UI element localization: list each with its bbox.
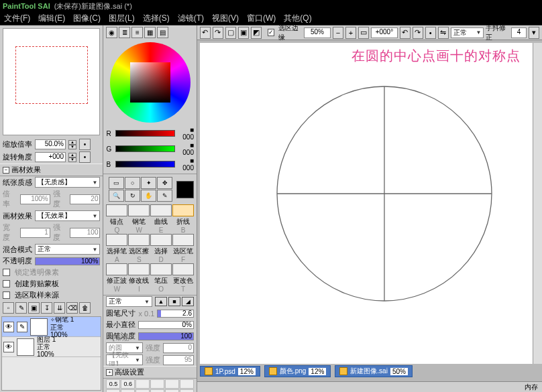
menu-select[interactable]: 选择(S) <box>143 13 170 24</box>
menu-edit[interactable]: 编辑(E) <box>38 13 65 24</box>
pen-indicator-icon[interactable]: ✎ <box>17 322 28 332</box>
layer-item[interactable]: 👁 图层 1 正常 100% <box>2 337 101 357</box>
doc-tab[interactable]: 颜色.png 12% <box>264 365 331 377</box>
menu-window[interactable]: 窗口(W) <box>247 13 276 24</box>
clear-layer-button[interactable]: ⌫ <box>66 302 78 314</box>
new-layer-button[interactable]: ▫ <box>3 302 14 314</box>
canvas-angle-field[interactable]: +000° <box>371 27 398 38</box>
editline-tool[interactable] <box>128 263 150 275</box>
menu-layer[interactable]: 图层(L) <box>109 13 135 24</box>
rotate-spin[interactable]: ▲▼ <box>68 153 76 162</box>
delete-layer-button[interactable]: 🗑 <box>79 302 91 314</box>
doc-tab[interactable]: 新建图像.sai 50% <box>335 365 413 377</box>
vertical-scrollbar[interactable] <box>533 43 542 364</box>
menu-file[interactable]: 文件(F) <box>4 13 30 24</box>
menu-view[interactable]: 视图(V) <box>212 13 239 24</box>
blend-sub-icon[interactable]: ◢ <box>182 297 194 306</box>
b-slider[interactable] <box>115 161 175 168</box>
show-sel-button[interactable]: ◩ <box>251 27 262 39</box>
rotate-cw-button[interactable]: ↷ <box>413 27 423 39</box>
blend-mode-select[interactable]: 正常▼ <box>35 244 100 255</box>
color-wheel[interactable] <box>106 42 194 123</box>
lasso-icon[interactable]: ○ <box>125 177 140 189</box>
pen-tool[interactable] <box>128 204 150 216</box>
eyedropper-icon[interactable]: ✎ <box>157 190 172 202</box>
scratchpad-tab[interactable]: ▤ <box>157 27 168 38</box>
menu-image[interactable]: 图像(C) <box>73 13 101 24</box>
rotate-ccw-button[interactable]: ↶ <box>400 27 411 39</box>
stabilizer-menu[interactable]: ▾ <box>529 27 539 39</box>
polyline-tool[interactable] <box>172 204 194 216</box>
new-pen-layer-button[interactable]: ✎ <box>15 302 27 314</box>
rotate-reset-button[interactable]: • <box>425 27 436 39</box>
rotate-field[interactable]: +000 <box>35 152 66 162</box>
redo-button[interactable]: ↷ <box>213 27 223 39</box>
sv-picker[interactable] <box>130 62 170 103</box>
density-slider[interactable]: 100 <box>138 332 194 340</box>
advanced-header[interactable]: + 高级设置 <box>103 366 197 379</box>
invert-sel-button[interactable]: ▣ <box>238 27 249 39</box>
zoom-icon[interactable]: 🔍 <box>109 190 124 202</box>
zoom-field[interactable]: 50.0% <box>35 139 66 149</box>
new-folder-button[interactable]: ▣ <box>28 302 40 314</box>
transfer-down-button[interactable]: ↧ <box>41 302 52 314</box>
paint-effect-header[interactable]: − 画材效果 <box>0 164 103 176</box>
blend-add-icon[interactable]: ▲ <box>155 297 167 306</box>
menu-other[interactable]: 其他(Q) <box>284 13 311 24</box>
hand-icon[interactable]: ✋ <box>141 190 156 202</box>
anchor-tool[interactable] <box>106 204 127 216</box>
navigator-preview[interactable] <box>3 28 100 135</box>
deselect-button[interactable]: ▢ <box>225 27 236 39</box>
lock-alpha-checkbox[interactable] <box>3 269 10 276</box>
rotate-icon[interactable]: ↻ <box>125 190 140 202</box>
pressure-tool[interactable] <box>150 263 172 275</box>
wand-icon[interactable]: ✦ <box>141 177 156 189</box>
stabilizer-field[interactable]: 4 <box>511 27 527 38</box>
min-size-slider[interactable]: 0% <box>138 321 194 329</box>
paper-texture-select[interactable]: 【无质感】▼ <box>35 177 100 188</box>
layer-item[interactable]: 👁 ✎ ✧钢笔 1 正常 100% <box>2 317 101 337</box>
rgb-tab[interactable]: ≣ <box>119 27 130 38</box>
r-slider[interactable] <box>115 130 175 137</box>
sel-pen-tool[interactable] <box>106 234 127 246</box>
sample-checkbox[interactable] <box>3 291 10 299</box>
hsv-tab[interactable]: ≡ <box>131 27 143 38</box>
zoom-spin[interactable]: ▲▼ <box>68 140 76 149</box>
select-tool[interactable] <box>150 234 172 246</box>
move-icon[interactable]: ✥ <box>157 177 172 189</box>
menu-filter[interactable]: 滤镜(T) <box>178 13 204 24</box>
undo-button[interactable]: ↶ <box>200 27 211 39</box>
zoom-out-button[interactable]: − <box>333 27 343 39</box>
blend-mid-icon[interactable]: ■ <box>168 297 180 306</box>
canvas-area[interactable]: 在圆的中心点画十的对称点 1P.psd 12% 颜色.png 12% <box>197 40 542 381</box>
sel-brush-tool[interactable] <box>172 234 194 246</box>
seledge-checkbox[interactable]: ✓ <box>268 29 274 36</box>
wave-tool[interactable] <box>106 263 127 275</box>
navigator-viewport-rect[interactable] <box>15 46 88 104</box>
swatches-tab[interactable]: ▦ <box>144 27 156 38</box>
visibility-icon[interactable]: 👁 <box>3 342 14 352</box>
recolor-tool[interactable] <box>172 263 194 275</box>
zoom-in-button[interactable]: + <box>345 27 356 39</box>
doc-tab[interactable]: 1P.psd 12% <box>200 366 260 377</box>
brush-texture-select[interactable]: 【无纹理】▼ <box>106 354 143 365</box>
flip-h-button[interactable]: ⇋ <box>438 27 449 39</box>
opacity-slider[interactable]: 100% <box>35 257 100 265</box>
zoom-reset[interactable]: • <box>79 139 91 150</box>
canvas-paper[interactable]: 在圆的中心点画十的对称点 <box>200 43 533 364</box>
canvas-zoom-field[interactable]: 50% <box>304 27 331 38</box>
clip-checkbox[interactable] <box>3 280 10 287</box>
visibility-icon[interactable]: 👁 <box>3 322 14 332</box>
canvas-mode-select[interactable]: 正常▼ <box>451 27 484 38</box>
layer-effect-select[interactable]: 【无效果】▼ <box>35 210 100 221</box>
brush-mode-select[interactable]: 正常▼ <box>106 296 152 307</box>
rotate-reset[interactable]: • <box>79 151 91 163</box>
zoom-fit-button[interactable]: ▭ <box>358 27 369 39</box>
g-slider[interactable] <box>115 145 175 152</box>
brush-size-slider[interactable]: 2.6 <box>157 310 194 318</box>
foreground-swatch[interactable] <box>176 181 194 198</box>
merge-down-button[interactable]: ⇊ <box>54 302 65 314</box>
color-wheel-tab[interactable]: ◉ <box>106 27 117 38</box>
curve-tool[interactable] <box>150 204 172 216</box>
rect-select-icon[interactable]: ▭ <box>109 177 124 189</box>
